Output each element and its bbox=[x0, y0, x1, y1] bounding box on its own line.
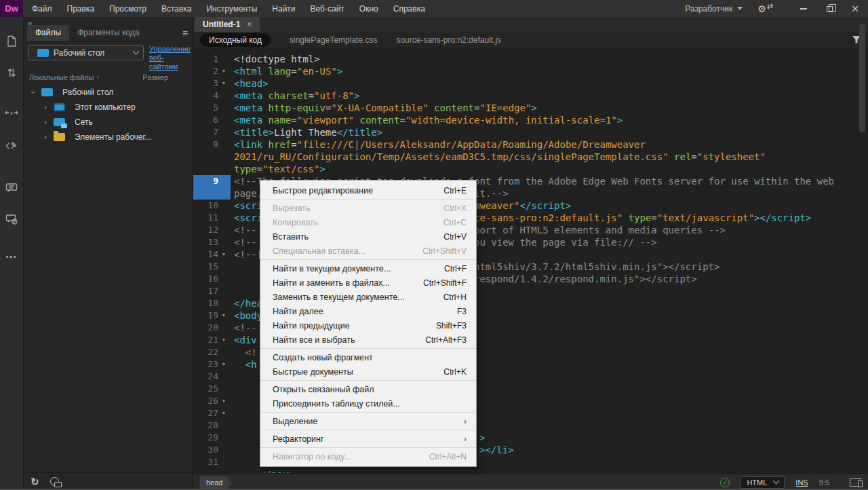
related-file[interactable]: Исходный код bbox=[200, 33, 271, 47]
menubar-item[interactable]: Окно bbox=[352, 4, 386, 14]
fold-arrow-icon[interactable]: ▼ bbox=[218, 395, 229, 407]
minimize-button[interactable] bbox=[791, 0, 816, 17]
context-menu-item[interactable]: Найти далееF3 bbox=[260, 304, 476, 318]
code-line[interactable]: type="text/css"> bbox=[193, 163, 868, 175]
manage-sites-link[interactable]: Управление веб-сайтами bbox=[149, 45, 190, 71]
line-number[interactable]: 10 bbox=[193, 200, 218, 212]
line-number[interactable] bbox=[193, 151, 218, 163]
close-button[interactable]: ✕ bbox=[842, 0, 868, 17]
line-gutter[interactable]: 19▼ bbox=[193, 309, 231, 322]
line-gutter[interactable]: 16 bbox=[193, 273, 231, 285]
menubar-item[interactable]: Найти bbox=[264, 4, 302, 14]
context-menu-item[interactable]: Выделение› bbox=[260, 414, 476, 428]
line-number[interactable]: 21 bbox=[193, 334, 218, 346]
chevron-collapsed-icon[interactable]: › bbox=[41, 132, 50, 142]
menubar-item[interactable]: Вставка bbox=[154, 4, 199, 14]
line-number[interactable]: 14 bbox=[193, 248, 218, 261]
line-gutter[interactable]: 26▼ bbox=[193, 395, 231, 407]
line-number[interactable]: 3 bbox=[193, 77, 218, 90]
line-gutter[interactable]: 11 bbox=[193, 212, 231, 224]
line-gutter[interactable] bbox=[193, 163, 231, 175]
line-gutter[interactable]: 17 bbox=[193, 285, 231, 297]
context-menu-item[interactable]: Создать новый фрагмент bbox=[260, 350, 476, 364]
menubar-item[interactable]: Просмотр bbox=[102, 4, 154, 14]
realtime-preview-icon[interactable] bbox=[850, 478, 861, 487]
line-number[interactable]: 22 bbox=[193, 346, 218, 358]
line-gutter[interactable]: 27▼ bbox=[193, 407, 231, 419]
fold-arrow-icon[interactable]: ▼ bbox=[218, 65, 229, 77]
line-gutter[interactable] bbox=[193, 468, 231, 473]
toolbar-options-icon[interactable]: ••• bbox=[6, 253, 18, 261]
line-gutter[interactable]: 4 bbox=[193, 90, 231, 102]
fold-arrow-icon[interactable]: ▼ bbox=[218, 334, 229, 346]
code-line[interactable]: 1<!doctype html> bbox=[193, 53, 868, 65]
restore-button[interactable] bbox=[816, 0, 842, 17]
vertical-scrollbar[interactable] bbox=[859, 24, 865, 132]
menubar-item[interactable]: Веб-сайт bbox=[303, 4, 352, 14]
chevron-collapsed-icon[interactable]: › bbox=[41, 102, 50, 112]
line-number[interactable]: 23 bbox=[193, 358, 218, 371]
line-gutter[interactable]: 13 bbox=[193, 236, 231, 248]
line-number[interactable]: 26 bbox=[193, 395, 218, 407]
line-number[interactable]: 28 bbox=[193, 419, 218, 432]
line-number[interactable]: 12 bbox=[193, 224, 218, 236]
tree-item[interactable]: ›Сеть bbox=[24, 115, 193, 130]
line-number[interactable]: 4 bbox=[193, 90, 218, 102]
line-number[interactable]: 6 bbox=[193, 114, 218, 126]
line-number[interactable]: 17 bbox=[193, 285, 218, 297]
tab-close-icon[interactable]: × bbox=[247, 20, 252, 29]
line-number[interactable]: 19 bbox=[193, 309, 218, 322]
column-local-files[interactable]: Локальные файлы ↑ bbox=[29, 73, 142, 81]
sync-settings-button[interactable]: ⚙⇄ bbox=[757, 3, 773, 14]
line-number[interactable]: 9 bbox=[193, 175, 218, 187]
remove-comment-icon[interactable] bbox=[3, 211, 20, 227]
menubar-item[interactable]: Правка bbox=[60, 4, 102, 14]
chevron-expanded-icon[interactable]: › bbox=[28, 88, 38, 96]
fold-arrow-icon[interactable]: ▼ bbox=[218, 358, 229, 371]
line-gutter[interactable]: 12 bbox=[193, 224, 231, 236]
line-gutter[interactable]: 18 bbox=[193, 297, 231, 309]
site-selector[interactable]: Рабочий стол bbox=[28, 45, 144, 60]
line-gutter[interactable]: 29 bbox=[193, 432, 231, 444]
line-number[interactable] bbox=[193, 187, 218, 200]
line-gutter[interactable]: 31 bbox=[193, 456, 231, 468]
line-gutter[interactable] bbox=[193, 187, 231, 200]
file-transfer-icon[interactable]: ⇅ bbox=[3, 64, 20, 81]
line-gutter[interactable] bbox=[193, 151, 231, 163]
refresh-icon[interactable]: ↻ bbox=[31, 476, 39, 488]
panel-tab-snippets[interactable]: Фрагменты кода bbox=[69, 25, 147, 41]
context-menu-item[interactable]: Рефакторинг› bbox=[260, 432, 476, 446]
document-tab[interactable]: Untitled-1 × bbox=[195, 17, 260, 32]
code-line[interactable]: 8<link href="file:///C|/Users/Aleksandr/… bbox=[193, 138, 868, 151]
context-menu-item[interactable]: Быстрые документыCtrl+K bbox=[260, 364, 476, 379]
line-number[interactable]: 1 bbox=[193, 53, 218, 65]
apply-comment-icon[interactable] bbox=[3, 180, 20, 196]
line-gutter[interactable]: 7 bbox=[193, 126, 231, 138]
line-number[interactable]: 30 bbox=[193, 444, 218, 456]
column-size[interactable]: Размер bbox=[142, 73, 168, 81]
line-gutter[interactable]: 23▼ bbox=[193, 358, 231, 371]
code-line[interactable]: </nav> bbox=[193, 468, 868, 473]
line-number[interactable]: 16 bbox=[193, 273, 218, 285]
line-number[interactable]: 24 bbox=[193, 371, 218, 383]
open-documents-icon[interactable] bbox=[3, 33, 20, 50]
line-gutter[interactable]: 2▼ bbox=[193, 65, 231, 77]
menubar-item[interactable]: Файл bbox=[24, 4, 60, 14]
code-line[interactable]: 4<meta charset="utf-8"> bbox=[193, 90, 868, 102]
line-number[interactable]: 11 bbox=[193, 212, 218, 224]
line-number[interactable]: 5 bbox=[193, 102, 218, 114]
code-line[interactable]: 5<meta http-equiv="X-UA-Compatible" cont… bbox=[193, 102, 868, 114]
line-number[interactable]: 15 bbox=[193, 261, 218, 273]
context-menu-item[interactable]: Присоединить таблицу стилей... bbox=[260, 396, 476, 411]
context-menu-item[interactable]: Найти и заменить в файлах...Ctrl+Shift+F bbox=[260, 276, 476, 290]
line-gutter[interactable]: 28 bbox=[193, 419, 231, 432]
line-gutter[interactable]: 3▼ bbox=[193, 77, 231, 90]
workspace-switcher[interactable]: Разработчик bbox=[685, 4, 743, 14]
fold-arrow-icon[interactable]: ▼ bbox=[218, 407, 229, 419]
chevron-collapsed-icon[interactable]: › bbox=[41, 117, 50, 127]
format-source-icon[interactable]: * bbox=[3, 107, 20, 123]
related-file[interactable]: singlePageTemplate.css bbox=[290, 35, 377, 45]
line-number[interactable] bbox=[193, 468, 218, 473]
fold-arrow-icon[interactable]: ▼ bbox=[218, 248, 229, 261]
line-gutter[interactable]: 10 bbox=[193, 200, 231, 212]
